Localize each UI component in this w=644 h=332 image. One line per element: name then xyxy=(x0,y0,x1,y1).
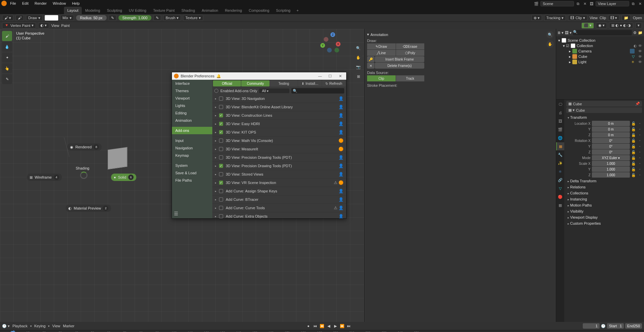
rot-x-field[interactable]: 0° xyxy=(592,138,630,143)
tab-shading[interactable]: Shading xyxy=(178,7,198,14)
playback-menu[interactable]: Playback xyxy=(12,324,28,328)
insert-blank-frame-button[interactable]: Insert Blank Frame xyxy=(375,56,424,62)
lock-icon[interactable]: 🔓 xyxy=(631,161,636,166)
gizmo-group[interactable]: ⊞ ◐ ● ◐ ◑ xyxy=(609,23,633,29)
expand-icon[interactable]: ▸ xyxy=(215,198,216,201)
tab-rendering[interactable]: Rendering xyxy=(221,7,245,14)
clip-dropdown[interactable]: 🎞 Clip ▾ xyxy=(568,15,587,21)
blend-dropdown[interactable]: Mix ▾ xyxy=(60,15,74,21)
delete-keyframe-icon[interactable]: ✕ xyxy=(367,63,374,69)
pie-material-preview[interactable]: ◐ Material Preview 2 xyxy=(66,205,111,212)
preferences-titlebar[interactable]: Blender Preferences 🔔 — ☐ ✕ xyxy=(172,72,346,80)
tool-blur[interactable]: 💧 xyxy=(2,42,12,52)
perspective-icon[interactable]: ⊞ xyxy=(355,73,362,80)
panel-relations[interactable]: Relations xyxy=(566,184,642,190)
menu-edit[interactable]: Edit xyxy=(20,1,31,6)
addon-enable-checkbox[interactable] xyxy=(219,155,223,159)
expand-icon[interactable]: ▸ xyxy=(215,131,216,134)
tracking-dropdown[interactable]: Tracking ▾ xyxy=(544,15,566,21)
anim-icon[interactable]: ・ xyxy=(637,127,642,132)
clip-selector-icon[interactable]: 🎞 ▾ xyxy=(608,15,619,21)
expand-icon[interactable]: ▸ xyxy=(215,207,216,210)
pie-solid[interactable]: ● Solid 6 xyxy=(111,174,136,181)
viewlayer-delete-icon[interactable]: ✕ xyxy=(637,1,643,6)
anim-icon[interactable]: ・ xyxy=(637,121,642,126)
radius-field[interactable]: Radius 50 px xyxy=(76,15,107,21)
timeline-ruler[interactable]: 1 01020304050607080901001101201301401501… xyxy=(0,330,644,332)
loc-y-field[interactable]: 0 m xyxy=(592,126,630,132)
scene-delete-icon[interactable]: ✕ xyxy=(582,1,587,6)
tool-draw[interactable]: 🖌 xyxy=(2,31,12,41)
anim-icon[interactable]: ・ xyxy=(637,144,642,149)
anim-icon[interactable]: ・ xyxy=(637,138,642,143)
scl-x-field[interactable]: 1.000 xyxy=(592,161,630,166)
expand-icon[interactable]: ▸ xyxy=(215,173,216,176)
pin-icon[interactable]: 📌 xyxy=(635,102,640,106)
minimize-button[interactable]: — xyxy=(316,74,324,78)
addon-row[interactable]: ▸3D View: VR Scene Inspection⚠ 🟠 xyxy=(212,179,346,187)
addon-row[interactable]: ▸3D View: Precision Drawing Tools (PDT)👤 xyxy=(212,162,346,170)
prefs-cat-file-paths[interactable]: File Paths xyxy=(172,177,212,184)
view-menu[interactable]: View xyxy=(51,24,59,28)
addon-search-input[interactable]: 🔍 xyxy=(291,88,344,94)
props-breadcrumb[interactable]: ▦ Cube📌 xyxy=(566,101,642,107)
pie-wireframe[interactable]: ⊞ Wireframe 4 xyxy=(27,174,62,181)
scene-name-field[interactable] xyxy=(540,1,574,6)
play-reverse-icon[interactable]: ◀ xyxy=(326,323,332,329)
tab-uv-editing[interactable]: UV Editing xyxy=(126,7,150,14)
annotate-erase-button[interactable]: ⌫ Erase xyxy=(396,43,425,49)
outliner-type-icon[interactable]: ≣ ▾ xyxy=(558,31,564,35)
anim-icon[interactable]: ・ xyxy=(637,161,642,166)
prefs-cat-input[interactable]: Input xyxy=(172,137,212,144)
expand-icon[interactable]: ▸ xyxy=(215,156,216,159)
ptab-object[interactable]: ▦ xyxy=(556,142,564,150)
prefs-cat-navigation[interactable]: Navigation xyxy=(172,144,212,152)
outliner-item-light[interactable]: ▸ Light☀ 👁 xyxy=(558,59,642,65)
tab-modeling[interactable]: Modeling xyxy=(82,7,104,14)
support-testing-button[interactable]: Testing xyxy=(270,80,298,86)
loc-z-field[interactable]: 0 m xyxy=(592,132,630,138)
marker-menu[interactable]: Marker xyxy=(63,324,74,328)
axis-gizmo[interactable]: X Y Z xyxy=(320,32,341,52)
jump-start-icon[interactable]: ⏮ xyxy=(312,323,318,329)
axis-neg3-icon[interactable] xyxy=(327,48,332,52)
maximize-button[interactable]: ☐ xyxy=(326,74,334,78)
start-frame-field[interactable]: Start1 xyxy=(607,323,624,329)
brush-menu[interactable]: Brush ▾ xyxy=(163,15,181,21)
panel-visibility[interactable]: Visibility xyxy=(566,208,642,214)
menu-window[interactable]: Window xyxy=(50,1,69,6)
lock-icon[interactable]: 🔓 xyxy=(631,133,636,137)
autokey-icon[interactable]: ● xyxy=(306,323,312,329)
install-addon-button[interactable]: ⬇ Install... xyxy=(298,80,322,86)
addon-row[interactable]: ▸3D View: Easy HDRI👤 xyxy=(212,120,346,128)
panel-custom-properties[interactable]: Custom Properties xyxy=(566,220,642,226)
pie-rendered[interactable]: ◉ Rendered 8 xyxy=(67,143,102,151)
clip-pivot-icon[interactable]: ⊕ ▾ xyxy=(531,15,542,21)
vis-eye[interactable]: 👁 xyxy=(638,49,642,53)
vertexpaint-mode-dropdown[interactable]: 🔻 Vertex Paint ▾ xyxy=(2,23,36,29)
scl-z-field[interactable]: 1.000 xyxy=(592,172,630,178)
anim-icon[interactable]: ・ xyxy=(637,167,642,172)
scl-y-field[interactable]: 1.000 xyxy=(592,167,630,172)
keying-menu[interactable]: Keying xyxy=(34,324,46,328)
addon-category-dropdown[interactable]: All ▾ xyxy=(259,88,289,93)
prefs-cat-themes[interactable]: Themes xyxy=(172,87,212,95)
prefs-cat-keymap[interactable]: Keymap xyxy=(172,152,212,159)
prefs-cat-lights[interactable]: Lights xyxy=(172,102,212,109)
tab-layout[interactable]: Layout xyxy=(64,7,82,14)
prefs-cat-save-load[interactable]: Save & Load xyxy=(172,169,212,177)
addon-row[interactable]: ▸Add Curve: BTracer👤 xyxy=(212,195,346,204)
expand-icon[interactable]: ▸ xyxy=(215,122,216,125)
addon-enable-checkbox[interactable] xyxy=(219,206,223,210)
keyframe-prev-icon[interactable]: ⏪ xyxy=(319,323,325,329)
addon-enable-checkbox[interactable] xyxy=(219,181,223,185)
panel-instancing[interactable]: Instancing xyxy=(566,196,642,202)
play-icon[interactable]: ▶ xyxy=(332,323,338,329)
expand-icon[interactable]: ▸ xyxy=(215,148,216,151)
add-workspace-button[interactable]: + xyxy=(294,8,301,12)
panel-delta-transform[interactable]: Delta Transform xyxy=(566,178,642,184)
rotation-mode-dropdown[interactable]: XYZ Euler ▾ xyxy=(592,155,630,160)
outliner-display-icon[interactable]: 🖼 ▾ xyxy=(565,31,572,35)
expand-icon[interactable]: ▸ xyxy=(215,181,216,184)
axis-z-icon[interactable]: Z xyxy=(330,32,335,37)
